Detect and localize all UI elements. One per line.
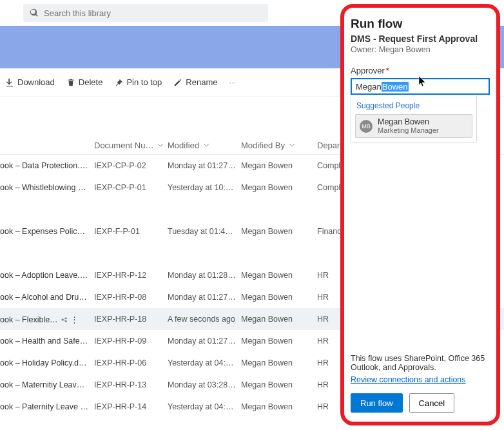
cell-modifiedby: Megan Bowen (241, 227, 317, 236)
cell-name: ook – Data Protection.docx (0, 161, 94, 170)
cell-docnum: IEXP-HR-P-13 (94, 380, 168, 389)
rename-icon (173, 78, 182, 87)
flow-name: DMS - Request First Approval (351, 34, 490, 44)
cell-modifiedby: Megan Bowen (241, 380, 317, 389)
cell-modifiedby: Megan Bowen (241, 271, 317, 280)
cell-name: ook – Whistleblowing Poli… (0, 183, 94, 192)
cell-modified: Yesterday at 04:47 PM (168, 402, 241, 411)
chevron-down-icon (203, 142, 209, 148)
cell-modifiedby: Megan Bowen (241, 161, 317, 170)
cell-docnum: IEXP-F-P-01 (94, 227, 168, 236)
rename-label: Rename (186, 77, 217, 87)
run-flow-button[interactable]: Run flow (351, 393, 403, 413)
cell-modified: Monday at 01:27 PM (168, 293, 241, 302)
cell-name: ook – Alcohol and Drugs P… (0, 293, 94, 302)
panel-title: Run flow (351, 17, 490, 31)
cell-modifiedby: Megan Bowen (241, 293, 317, 302)
cell-name: ook – Paternity Leave and… (0, 402, 94, 411)
col-modified-label: Modified (168, 141, 199, 150)
cell-name: ook – Adoption Leave.docx (0, 271, 94, 280)
connections-text: This flow uses SharePoint, Office 365 Ou… (351, 354, 490, 372)
trash-icon (66, 78, 75, 87)
cell-name: ook – Holiday Policy.docx (0, 358, 94, 367)
cell-modified: Monday at 01:28 PM (168, 271, 241, 280)
cell-modified: Yesterday at 04:48 PM (168, 358, 241, 367)
col-modifiedby-header[interactable]: Modified By (241, 141, 317, 150)
download-icon (5, 78, 14, 87)
pin-icon (114, 78, 123, 87)
cell-name: ook – Maternitiy Leave an… (0, 380, 94, 389)
approver-input-selection: Bowen (382, 82, 409, 92)
pin-label: Pin to top (126, 77, 162, 87)
cell-docnum: IEXP-HR-P-06 (94, 358, 168, 367)
cell-docnum: IEXP-HR-P-18 (94, 315, 168, 324)
run-flow-panel: Run flow DMS - Request First Approval Ow… (340, 4, 500, 425)
suggested-person-name: Megan Bowen (378, 117, 439, 126)
suggested-person-role: Marketing Manager (378, 126, 439, 135)
cell-docnum: IEXP-CP-P-02 (94, 161, 168, 170)
people-picker-dropdown: Suggested People MB Megan Bowen Marketin… (351, 95, 477, 142)
cell-name: ook – Health and Safety.d… (0, 337, 94, 346)
panel-footer: This flow uses SharePoint, Office 365 Ou… (351, 347, 490, 422)
col-modifiedby-label: Modified By (241, 141, 285, 150)
chevron-down-icon (289, 142, 295, 148)
chevron-down-icon (157, 142, 164, 148)
row-actions-button[interactable]: ⋮ (68, 315, 79, 324)
approver-label: Approver* (351, 66, 490, 75)
cell-docnum: IEXP-HR-P-09 (94, 337, 168, 346)
cell-docnum: IEXP-CP-P-01 (94, 183, 168, 192)
cell-modified: A few seconds ago (168, 315, 241, 324)
download-button[interactable]: Download (5, 77, 55, 87)
cell-modifiedby: Megan Bowen (241, 315, 317, 324)
rename-button[interactable]: Rename (173, 77, 217, 87)
cell-docnum: IEXP-HR-P-08 (94, 293, 168, 302)
cell-modified: Tuesday at 01:42 PM (168, 227, 241, 236)
cell-modifiedby: Megan Bowen (241, 183, 317, 192)
cell-name: ook – Flexible… ⋮ (0, 315, 94, 324)
cell-modified: Monday at 03:28 PM (168, 380, 241, 389)
cell-docnum: IEXP-HR-P-14 (94, 402, 168, 411)
delete-button[interactable]: Delete (66, 77, 103, 87)
pin-button[interactable]: Pin to top (114, 77, 162, 87)
col-docnum-label: Document Nu… (94, 141, 153, 150)
delete-label: Delete (79, 77, 103, 87)
cell-name: ook – Expenses Policy and… (0, 227, 94, 236)
col-department-label: Depart (317, 141, 342, 150)
cell-docnum: IEXP-HR-P-12 (94, 271, 168, 280)
share-icon (61, 316, 68, 324)
search-icon (30, 8, 39, 17)
col-modified-header[interactable]: Modified (168, 141, 241, 150)
cancel-button[interactable]: Cancel (409, 393, 454, 413)
cell-modified: Monday at 01:27 PM (168, 161, 241, 170)
search-input[interactable] (44, 8, 262, 18)
search-box[interactable] (23, 4, 268, 22)
col-docnum-header[interactable]: Document Nu… (94, 141, 168, 150)
flow-owner: Owner: Megan Bowen (351, 45, 490, 54)
avatar: MB (360, 120, 373, 133)
cell-modifiedby: Megan Bowen (241, 337, 317, 346)
approver-input-text: Megan (356, 82, 382, 92)
more-commands-button[interactable]: ··· (229, 77, 236, 87)
suggested-people-heading: Suggested People (356, 101, 472, 110)
cell-modified: Monday at 01:27 PM (168, 337, 241, 346)
download-label: Download (17, 77, 55, 87)
review-connections-link[interactable]: Review connections and actions (351, 375, 466, 384)
approver-input[interactable]: Megan Bowen (351, 78, 490, 95)
cell-modifiedby: Megan Bowen (241, 402, 317, 411)
suggested-person[interactable]: MB Megan Bowen Marketing Manager (355, 114, 472, 138)
cell-modified: Yesterday at 10:16 AM (168, 183, 241, 192)
cell-modifiedby: Megan Bowen (241, 358, 317, 367)
